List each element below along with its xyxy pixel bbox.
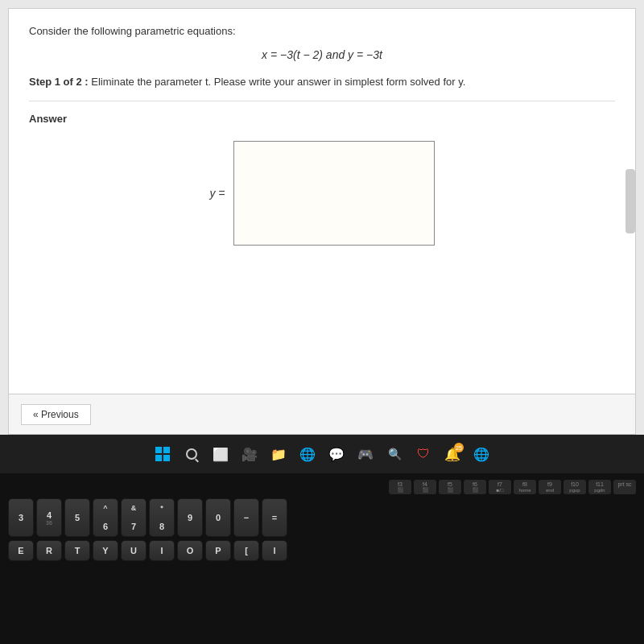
edge-icon: 🌐 [299, 447, 316, 462]
key-p[interactable]: P [205, 540, 231, 561]
fn-key-f11[interactable]: f11pgdn [588, 480, 611, 494]
step-label: Step 1 of 2 : [29, 76, 89, 88]
fn-key-f9[interactable]: f9end [539, 480, 561, 494]
equation-display: x = −3(t − 2) and y = −3t [29, 48, 615, 61]
magnify-icon: 🔍 [388, 448, 402, 460]
key-t[interactable]: T [64, 540, 90, 561]
chrome-button[interactable]: 🌐 [470, 443, 493, 465]
key-y[interactable]: Y [93, 540, 118, 561]
key-9[interactable]: 9 [177, 498, 203, 537]
key-3[interactable]: 3 [8, 498, 34, 537]
camera-button[interactable]: 🎥 [238, 443, 261, 465]
fn-key-f6[interactable]: f6⬛ [464, 480, 486, 494]
discord-icon: 💬 [328, 447, 345, 462]
number-key-row: 3 436 5 ^6 &7 *8 9 0 − = [8, 498, 636, 537]
fn-key-f10[interactable]: f10pgup [564, 480, 586, 494]
scroll-indicator[interactable] [625, 169, 635, 233]
taskbar: ⬜ 🎥 📁 🌐 💬 🎮 🔍 🛡 🔔 25 🌐 [0, 435, 644, 473]
notification-button[interactable]: 🔔 25 [441, 443, 464, 465]
key-e[interactable]: E [8, 540, 34, 561]
folder-icon: 📁 [270, 447, 287, 462]
key-7[interactable]: &7 [121, 498, 147, 537]
key-minus[interactable]: − [233, 498, 259, 537]
answer-input-box[interactable] [233, 141, 435, 246]
defender-button[interactable]: 🛡 [412, 443, 435, 465]
key-6[interactable]: ^6 [93, 498, 118, 537]
answer-label: Answer [29, 113, 615, 125]
camera-icon: 🎥 [242, 447, 258, 462]
discord-button[interactable]: 💬 [325, 443, 348, 465]
key-equals[interactable]: = [262, 498, 287, 537]
bottom-panel: « Previous [8, 394, 636, 435]
key-o[interactable]: O [177, 540, 203, 561]
y-equals-label: y = [209, 187, 225, 200]
task-view-button[interactable]: ⬜ [209, 443, 232, 465]
answer-area: y = [29, 141, 615, 246]
key-8[interactable]: *8 [149, 498, 175, 537]
edge-button[interactable]: 🌐 [296, 443, 319, 465]
key-bracket-close[interactable]: l [262, 540, 287, 561]
chrome-icon: 🌐 [473, 447, 489, 462]
key-4[interactable]: 436 [36, 498, 62, 537]
fn-key-f3[interactable]: f3⬛ [389, 480, 411, 494]
steam-icon: 🎮 [357, 447, 374, 462]
screen-area: Consider the following parametric equati… [0, 0, 644, 435]
fn-key-f7[interactable]: f7■/□ [489, 480, 511, 494]
fn-key-f4[interactable]: f4⬛ [414, 480, 436, 494]
key-bracket-open[interactable]: [ [233, 540, 259, 561]
defender-icon: 🛡 [417, 447, 430, 461]
magnify-button[interactable]: 🔍 [383, 443, 406, 465]
key-r[interactable]: R [36, 540, 62, 561]
notification-badge: 25 [454, 443, 464, 452]
steam-button[interactable]: 🎮 [354, 443, 377, 465]
folder-button[interactable]: 📁 [267, 443, 290, 465]
keyboard-area: f3⬛ f4⬛ f5⬛ f6⬛ f7■/□ f8home f9end f10pg… [0, 473, 644, 644]
windows-icon [155, 447, 170, 461]
fn-key-prtsc[interactable]: prt sc [613, 480, 636, 494]
key-u[interactable]: U [121, 540, 147, 561]
key-i[interactable]: I [149, 540, 175, 561]
search-button[interactable] [180, 443, 203, 465]
task-view-icon: ⬜ [213, 447, 229, 462]
key-0[interactable]: 0 [205, 498, 231, 537]
fn-key-row: f3⬛ f4⬛ f5⬛ f6⬛ f7■/□ f8home f9end f10pg… [8, 480, 636, 494]
question-title: Consider the following parametric equati… [29, 25, 615, 37]
windows-start-button[interactable] [151, 443, 174, 465]
content-panel: Consider the following parametric equati… [8, 8, 636, 394]
divider [29, 101, 615, 101]
key-5[interactable]: 5 [64, 498, 90, 537]
step-line: Step 1 of 2 : Eliminate the parameter t.… [29, 76, 615, 88]
fn-key-f5[interactable]: f5⬛ [439, 480, 461, 494]
fn-key-f8[interactable]: f8home [514, 480, 536, 494]
search-icon [186, 448, 197, 460]
step-text: Eliminate the parameter t. Please write … [91, 76, 465, 88]
qwerty-key-row: E R T Y U I O P [ l [8, 540, 636, 561]
previous-button[interactable]: « Previous [21, 404, 91, 425]
